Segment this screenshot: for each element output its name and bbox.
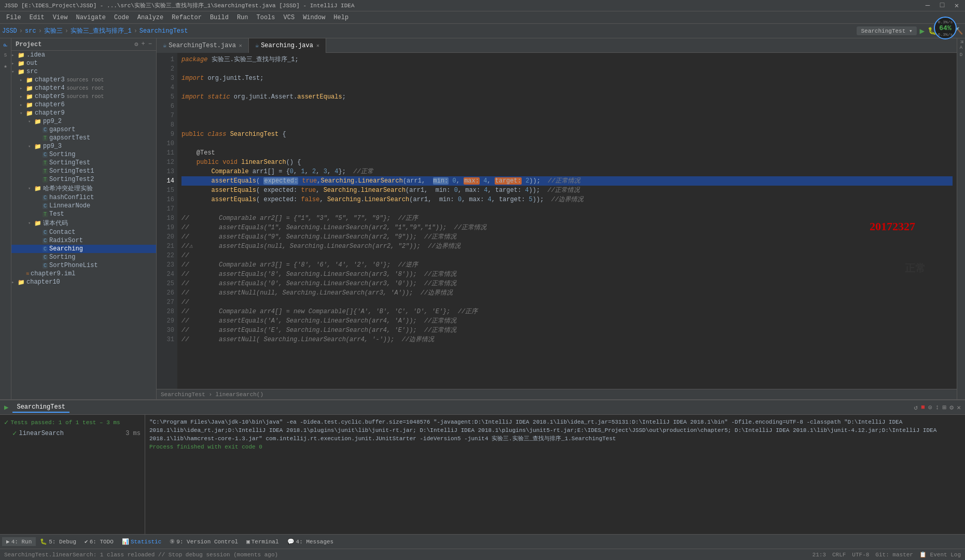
tree-item-Sorting[interactable]: CSorting: [11, 253, 156, 261]
bottom-tab-todo[interactable]: ✔ 6: TODO: [80, 537, 118, 546]
code-line-14[interactable]: assertEquals( expected: true,Searching.L…: [181, 176, 953, 186]
tree-item-SortingTest1[interactable]: TSortingTest1: [11, 167, 156, 175]
code-line-27[interactable]: //: [181, 298, 953, 307]
tree-item-src[interactable]: ▾📁src: [11, 67, 156, 76]
code-line-5[interactable]: import static org.junit.Assert.assertEqu…: [181, 92, 953, 102]
code-line-9[interactable]: public class SearchingTest {: [181, 130, 953, 139]
code-line-15[interactable]: assertEquals( expected: true, Searching.…: [181, 186, 953, 195]
menu-item-code[interactable]: Code: [110, 13, 133, 22]
code-line-30[interactable]: // assertEquals('E', Searching.LinearSea…: [181, 326, 953, 335]
tree-item-out[interactable]: ▸📁out: [11, 59, 156, 67]
menu-item-file[interactable]: File: [2, 13, 25, 22]
breadcrumb-src[interactable]: src: [25, 27, 36, 35]
project-collapse-icon[interactable]: −: [148, 40, 152, 48]
code-line-22[interactable]: //: [181, 251, 953, 260]
tree-item-哈希冲突处理实验[interactable]: ▾📁哈希冲突处理实验: [11, 184, 156, 193]
event-log-icon[interactable]: 📋 Event Log: [919, 551, 961, 558]
tree-item-chapter6[interactable]: ▸📁chapter6: [11, 101, 156, 109]
expand-button[interactable]: ⊞: [943, 403, 947, 412]
bottom-tab-vcs[interactable]: ⑨ 9: Version Control: [165, 537, 242, 546]
tree-item-chapter9[interactable]: ▾📁chapter9: [11, 109, 156, 117]
maximize-button[interactable]: □: [938, 1, 946, 10]
stop-run-button[interactable]: ■: [921, 403, 925, 411]
tree-item-chapter4[interactable]: ▸📁chapter4sources root: [11, 84, 156, 92]
code-line-31[interactable]: // assertNull( Searching.LinearSearch(ar…: [181, 335, 953, 344]
code-line-20[interactable]: // assertEquals("9", Searching.LinearSea…: [181, 232, 953, 242]
settings-run-button[interactable]: ⚙: [949, 403, 954, 412]
tree-item-gapsort[interactable]: Cgapsort: [11, 125, 156, 134]
code-line-26[interactable]: // assertNull(null, Searching.LinearSear…: [181, 288, 953, 298]
code-line-25[interactable]: // assertEquals('0', Searching.LinearSea…: [181, 279, 953, 288]
code-line-4[interactable]: [181, 83, 953, 92]
code-line-21[interactable]: //⚠ assertEquals(null, Searching.LinearS…: [181, 242, 953, 251]
run-config-selector[interactable]: SearchingTest ▾: [857, 26, 916, 35]
menu-item-edit[interactable]: Edit: [25, 13, 49, 22]
code-line-13[interactable]: Comparable arr1[] = {0, 1, 2, 3, 4}; //正…: [181, 167, 953, 176]
code-line-18[interactable]: // Comparable arr2[] = {"1", "3", "5", "…: [181, 214, 953, 223]
menu-item-refactor[interactable]: Refactor: [167, 13, 206, 22]
menu-item-view[interactable]: View: [49, 13, 72, 22]
menu-item-analyze[interactable]: Analyze: [133, 13, 167, 22]
code-line-1[interactable]: package 实验三.实验三_查找与排序_1;: [181, 55, 953, 64]
tree-item-gapsortTest[interactable]: TgapsortTest: [11, 134, 156, 142]
tab-searchingtest[interactable]: ☕ SearchingTest.java ✕: [157, 38, 249, 53]
project-expand-icon[interactable]: +: [142, 40, 145, 48]
menu-item-window[interactable]: Window: [299, 13, 329, 22]
minimize-button[interactable]: —: [924, 1, 932, 10]
ant-build-icon[interactable]: A: [960, 45, 962, 50]
code-line-7[interactable]: [181, 111, 953, 120]
code-line-11[interactable]: @Test: [181, 148, 953, 158]
close-button[interactable]: ✕: [953, 1, 961, 10]
code-line-28[interactable]: // Comparable arr4[] = new Comparable[]{…: [181, 307, 953, 316]
tree-item-RadixSort[interactable]: CRadixSort: [11, 236, 156, 245]
tree-item-SortingTest2[interactable]: TSortingTest2: [11, 175, 156, 184]
bottom-tab-messages[interactable]: 💬 4: Messages: [283, 537, 338, 546]
menu-item-build[interactable]: Build: [206, 13, 233, 22]
tree-item-chapter5[interactable]: ▸📁chapter5sources root: [11, 92, 156, 101]
project-icon[interactable]: P: [1, 40, 10, 50]
breadcrumb-folder[interactable]: 实验三_查找与排序_1: [71, 26, 132, 35]
breadcrumb-exp3[interactable]: 实验三: [44, 26, 63, 35]
breadcrumb-searchingtest[interactable]: SearchingTest: [139, 27, 188, 35]
filter-button[interactable]: ⊙: [928, 403, 932, 412]
tree-item-LinnearNode[interactable]: CLinnearNode: [11, 202, 156, 210]
run-panel-tab[interactable]: SearchingTest: [12, 402, 69, 413]
tree-item-.idea[interactable]: ▸📁.idea: [11, 51, 156, 59]
code-line-16[interactable]: assertEquals( expected: false, Searching…: [181, 195, 953, 204]
run-test-item-linear[interactable]: ✓ linearSearch 3 ms: [2, 428, 143, 439]
tree-item-pp9_3[interactable]: ▾📁pp9_3: [11, 142, 156, 150]
code-line-3[interactable]: import org.junit.Test;: [181, 74, 953, 83]
rerun-button[interactable]: ↺: [914, 403, 918, 412]
menu-item-help[interactable]: Help: [329, 13, 353, 22]
tab-searching-close[interactable]: ✕: [316, 43, 319, 49]
code-line-24[interactable]: // assertEquals('8', Searching.LinearSea…: [181, 270, 953, 279]
code-line-19[interactable]: // assertEquals("1", Searching.LinearSea…: [181, 223, 953, 232]
favorites-icon[interactable]: ★: [1, 61, 10, 71]
sort-button[interactable]: ↕: [935, 403, 940, 411]
tree-item-Sorting[interactable]: CSorting: [11, 150, 156, 159]
code-line-17[interactable]: [181, 204, 953, 214]
tree-item-Searching[interactable]: CSearching: [11, 245, 156, 253]
tab-searching[interactable]: ☕ Searching.java ✕: [249, 38, 326, 53]
tree-item-课本代码[interactable]: ▾📁课本代码: [11, 218, 156, 228]
maven-icon[interactable]: M: [959, 40, 964, 43]
code-line-6[interactable]: [181, 102, 953, 111]
code-editor[interactable]: 1234567891011121314151617181920212223242…: [157, 53, 957, 389]
bottom-tab-statistic[interactable]: 📊 Statistic: [118, 537, 165, 546]
menu-item-run[interactable]: Run: [233, 13, 253, 22]
menu-item-vcs[interactable]: VCS: [279, 13, 299, 22]
bottom-tab-run[interactable]: ▶ 4: Run: [2, 537, 36, 546]
tree-item-chapter10[interactable]: ▸📁chapter10: [11, 278, 156, 286]
menu-item-tools[interactable]: Tools: [253, 13, 279, 22]
tree-item-hashConflict[interactable]: ChashConflict: [11, 193, 156, 202]
tree-item-Test[interactable]: TTest: [11, 210, 156, 218]
bottom-tab-debug[interactable]: 🐛 5: Debug: [36, 537, 80, 546]
code-line-2[interactable]: [181, 64, 953, 74]
bottom-tab-terminal[interactable]: ▣ Terminal: [242, 537, 283, 546]
menu-item-navigate[interactable]: Navigate: [72, 13, 110, 22]
code-line-8[interactable]: [181, 120, 953, 130]
code-line-12[interactable]: public void linearSearch() {: [181, 158, 953, 167]
breadcrumb-jssd[interactable]: JSSD: [2, 27, 17, 35]
structure-icon[interactable]: S: [1, 51, 10, 60]
tree-item-chapter3[interactable]: ▸📁chapter3sources root: [11, 76, 156, 84]
